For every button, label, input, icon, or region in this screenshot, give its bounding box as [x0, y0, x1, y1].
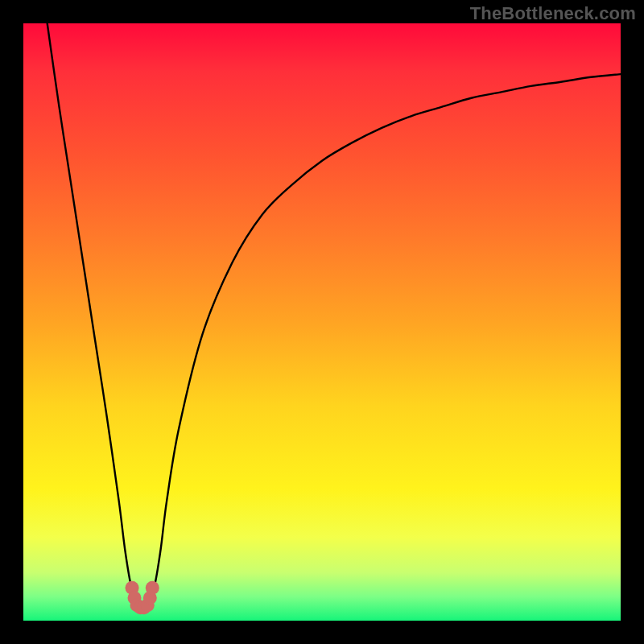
minimum-marker-dot — [146, 581, 159, 595]
bottleneck-curve-path — [47, 23, 621, 609]
chart-frame — [23, 23, 621, 621]
curve-minimum-markers — [126, 581, 159, 614]
bottleneck-curve-svg — [23, 23, 621, 621]
attribution-text: TheBottleneck.com — [470, 3, 636, 24]
